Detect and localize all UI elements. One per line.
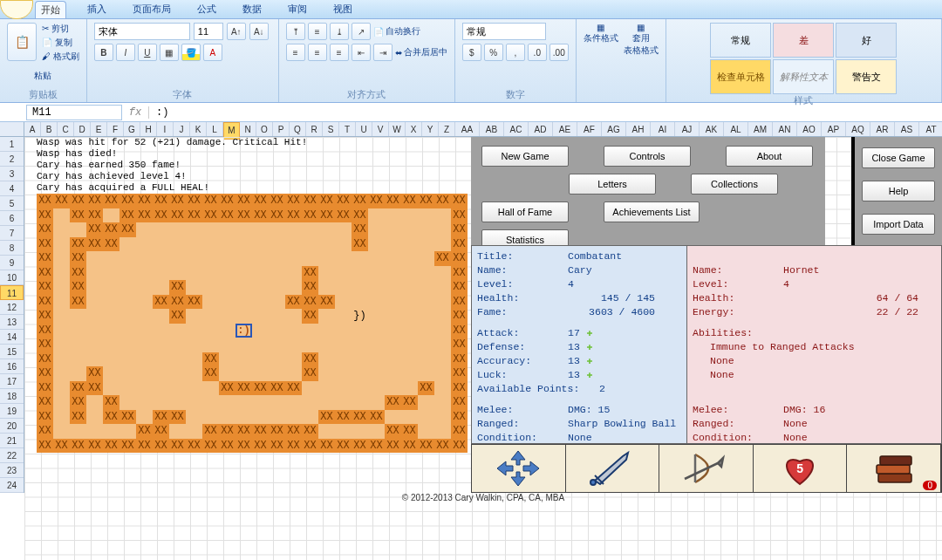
font-size-select[interactable] (194, 23, 223, 40)
style-check[interactable]: 检查单元格 (710, 59, 771, 94)
group-label: 剪贴板 (29, 88, 58, 100)
sword-icon[interactable] (566, 445, 660, 492)
achievements-button[interactable]: Achievements List (604, 201, 700, 222)
letters-button[interactable]: Letters (569, 174, 656, 195)
format-table-button[interactable]: ▦套用 表格格式 (624, 23, 659, 57)
books-icon[interactable]: 0 (847, 445, 941, 492)
font-color-button[interactable]: A (203, 44, 222, 61)
decimal-inc-button[interactable]: .0 (528, 44, 547, 61)
grow-font-button[interactable]: A↑ (227, 23, 246, 40)
import-data-button[interactable]: Import Data (862, 214, 935, 235)
comma-button[interactable]: , (506, 44, 525, 61)
svg-rect-10 (877, 465, 910, 474)
svg-rect-9 (878, 474, 911, 482)
game-log: Wasp was hit for 52 (+21) damage. Critic… (37, 137, 469, 194)
heart-icon[interactable]: 5 (754, 445, 848, 492)
tab-插入[interactable]: 插入 (82, 1, 112, 17)
style-explain[interactable]: 解释性文本 (773, 59, 834, 94)
column-headers[interactable]: ABCDEFGHIJKLMNOPQRSTUVWXYZAAABACADAEAFAG… (24, 122, 942, 137)
hall-of-fame-button[interactable]: Hall of Fame (481, 201, 569, 222)
shrink-font-button[interactable]: A↓ (249, 23, 269, 40)
fx-icon[interactable]: fx (122, 106, 148, 119)
books-badge: 0 (923, 481, 937, 490)
align-bottom-button[interactable]: ⤓ (330, 23, 349, 40)
font-name-select[interactable] (94, 23, 190, 40)
bow-icon[interactable] (659, 445, 754, 492)
align-middle-button[interactable]: ≡ (308, 23, 327, 40)
player-stats-panel: Title:Combatant Name:Cary Level:4 Health… (471, 245, 687, 444)
orientation-button[interactable]: ↗ (352, 23, 371, 40)
controls-button[interactable]: Controls (604, 146, 691, 167)
action-icons-row: 5 0 (471, 444, 942, 493)
cond-format-button[interactable]: ▦条件格式 (584, 23, 618, 44)
row-headers[interactable]: 123456789101112131415161718192021222324 (0, 137, 24, 493)
style-good[interactable]: 好 (836, 23, 897, 58)
svg-marker-8 (718, 458, 723, 467)
game-button-panel: New Game Controls About Letters Collecti… (471, 137, 825, 245)
decimal-dec-button[interactable]: .00 (550, 44, 569, 61)
player-cell[interactable]: :) (236, 324, 252, 338)
group-label: 数字 (506, 88, 525, 100)
svg-point-5 (590, 480, 596, 485)
tab-开始[interactable]: 开始 (35, 1, 66, 18)
accuracy-plus-icon[interactable]: ✚ (580, 354, 593, 368)
tab-页面布局[interactable]: 页面布局 (127, 1, 176, 17)
svg-marker-1 (511, 472, 525, 486)
style-bad[interactable]: 差 (773, 23, 834, 58)
select-all-corner[interactable] (0, 122, 24, 137)
game-button-panel-right: Close Game Help Import Data (851, 137, 942, 245)
move-icon[interactable] (472, 445, 566, 492)
indent-inc-button[interactable]: ⇥ (373, 44, 392, 61)
paste-label: 粘贴 (34, 70, 51, 82)
attack-plus-icon[interactable]: ✚ (580, 326, 593, 340)
copy-button[interactable]: 📄 复制 (42, 37, 79, 49)
game-maze[interactable]: XXXXXXXXXXXXXXXXXXXXXXXXXXXXXXXXXXXXXXXX… (37, 194, 469, 453)
format-painter-button[interactable]: 🖌 格式刷 (42, 51, 79, 63)
group-label: 对齐方式 (347, 88, 386, 100)
align-right-button[interactable]: ≡ (330, 44, 349, 61)
defense-plus-icon[interactable]: ✚ (580, 340, 593, 354)
formula-input[interactable]: :) (148, 106, 942, 119)
merge-center-button[interactable]: ⬌合并后居中 (395, 44, 447, 61)
new-game-button[interactable]: New Game (481, 146, 569, 167)
style-warn[interactable]: 警告文 (836, 59, 897, 94)
wrap-text-button[interactable]: 📄自动换行 (373, 23, 420, 40)
underline-button[interactable]: U (138, 44, 157, 61)
group-label: 样式 (794, 94, 813, 106)
tab-审阅[interactable]: 审阅 (283, 1, 312, 17)
svg-marker-0 (511, 451, 525, 465)
cut-button[interactable]: ✂ 剪切 (42, 23, 79, 35)
luck-plus-icon[interactable]: ✚ (580, 368, 593, 382)
tab-视图[interactable]: 视图 (328, 1, 358, 17)
bold-button[interactable]: B (94, 44, 113, 61)
collections-button[interactable]: Collections (691, 174, 778, 195)
tab-数据[interactable]: 数据 (237, 1, 267, 17)
style-normal[interactable]: 常规 (710, 23, 771, 58)
align-top-button[interactable]: ⤒ (286, 23, 305, 40)
ribbon: 📋 ✂ 剪切 📄 复制 🖌 格式刷 粘贴 剪贴板 A↑ A↓ B I U ▦ � (0, 19, 942, 103)
indent-dec-button[interactable]: ⇤ (352, 44, 371, 61)
align-center-button[interactable]: ≡ (308, 44, 327, 61)
paste-button[interactable]: 📋 (7, 23, 37, 61)
enemy-stats-panel: Name:Hornet Level:4 Health:64 / 64 Energ… (687, 245, 942, 444)
align-left-button[interactable]: ≡ (286, 44, 305, 61)
about-button[interactable]: About (726, 146, 813, 167)
border-button[interactable]: ▦ (160, 44, 179, 61)
group-label: 字体 (173, 88, 192, 100)
heart-count-text: 5 (796, 461, 803, 475)
tab-公式[interactable]: 公式 (192, 1, 222, 17)
name-box[interactable]: M11 (26, 105, 122, 120)
percent-button[interactable]: % (484, 44, 503, 61)
svg-rect-11 (880, 456, 911, 465)
svg-line-7 (685, 463, 718, 479)
fill-color-button[interactable]: 🪣 (181, 44, 201, 61)
help-button[interactable]: Help (862, 181, 935, 201)
copyright-text: © 2012-2013 Cary Walkin, CPA, CA, MBA (24, 493, 942, 502)
italic-button[interactable]: I (116, 44, 135, 61)
currency-button[interactable]: $ (462, 44, 481, 61)
ribbon-tabs: 开始插入页面布局公式数据审阅视图 (0, 0, 942, 19)
close-game-button[interactable]: Close Game (862, 147, 935, 168)
number-format-select[interactable] (462, 23, 546, 40)
svg-marker-2 (497, 461, 513, 475)
formula-bar: M11 fx :) (0, 103, 942, 122)
